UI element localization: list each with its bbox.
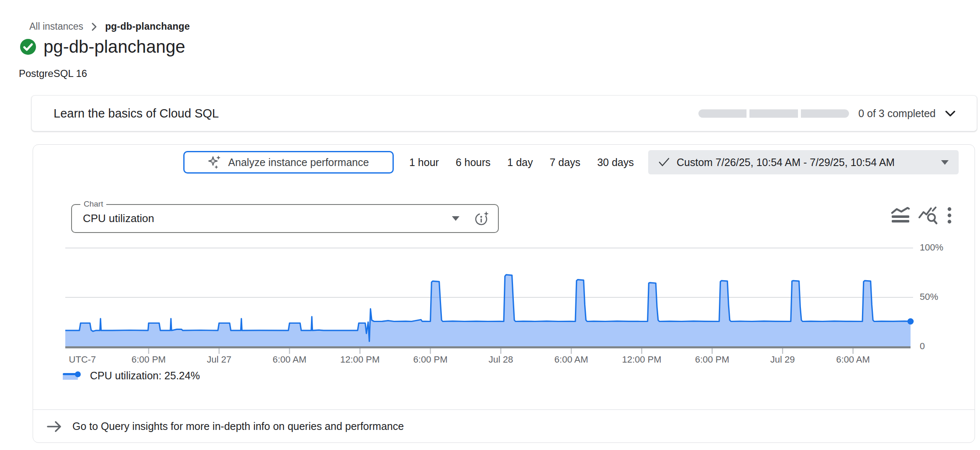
- chevron-down-icon[interactable]: [945, 110, 956, 117]
- area-chart-mode-icon[interactable]: [891, 207, 910, 225]
- database-version-label: PostgreSQL 16: [19, 68, 87, 79]
- monitoring-chart-card: Analyze instance performance 1 hour 6 ho…: [33, 144, 975, 443]
- status-healthy-check-icon: [19, 38, 37, 56]
- range-30-days[interactable]: 30 days: [595, 155, 636, 170]
- x-axis-label: Jul 29: [770, 354, 795, 365]
- select-dropdown-arrow-icon: [452, 216, 459, 221]
- x-axis-label: UTC-7: [69, 354, 96, 365]
- x-axis-label: 12:00 PM: [622, 354, 661, 365]
- breadcrumb-all-instances-link[interactable]: All instances: [29, 21, 83, 32]
- ai-insight-icon[interactable]: [474, 210, 490, 227]
- x-axis-label: 6:00 PM: [131, 354, 166, 365]
- gemini-sparkle-icon: [208, 155, 222, 170]
- custom-time-range-chip[interactable]: Custom 7/26/25, 10:54 AM - 7/29/25, 10:5…: [648, 150, 959, 174]
- page-title: pg-db-planchange: [44, 37, 185, 57]
- query-insights-link[interactable]: Go to Query insights for more in-depth i…: [33, 410, 975, 443]
- x-axis-label: 6:00 AM: [836, 354, 870, 365]
- range-7-days[interactable]: 7 days: [547, 155, 583, 170]
- legend-label: CPU utilization: 25.24%: [90, 370, 200, 382]
- legend-swatch: [62, 371, 82, 381]
- x-axis-label: 6:00 AM: [554, 354, 588, 365]
- x-axis-label: Jul 27: [207, 354, 231, 365]
- chart-legend: CPU utilization: 25.24%: [62, 370, 200, 382]
- learn-basics-progress-expander[interactable]: 0 of 3 completed: [698, 107, 956, 120]
- analyze-instance-performance-button[interactable]: Analyze instance performance: [183, 151, 394, 174]
- breadcrumb-current: pg-db-planchange: [105, 21, 190, 32]
- progress-segment: [698, 109, 747, 118]
- chart-actions: [891, 207, 952, 225]
- learn-basics-card: Learn the basics of Cloud SQL 0 of 3 com…: [31, 95, 977, 131]
- query-insights-label: Go to Query insights for more in-depth i…: [72, 420, 404, 432]
- custom-range-label: Custom 7/26/25, 10:54 AM - 7/29/25, 10:5…: [677, 156, 934, 169]
- cloud-sql-instance-page: All instances pg-db-planchange pg-db-pla…: [0, 0, 980, 450]
- chevron-right-icon: [91, 22, 97, 32]
- x-axis-label: 6:00 PM: [695, 354, 729, 365]
- analyze-button-label: Analyze instance performance: [228, 156, 369, 169]
- check-icon: [658, 157, 670, 167]
- time-range-selector: 1 hour 6 hours 1 day 7 days 30 days: [407, 151, 636, 174]
- x-axis-line: [65, 346, 911, 348]
- y-axis-label-100: 100%: [920, 242, 943, 253]
- chart-metric-select[interactable]: Chart CPU utilization: [71, 204, 499, 233]
- dropdown-arrow-icon: [941, 160, 949, 165]
- more-vert-icon[interactable]: [947, 207, 952, 225]
- range-1-hour[interactable]: 1 hour: [407, 155, 441, 170]
- series-area: [65, 275, 911, 346]
- x-axis-label: 6:00 AM: [273, 354, 307, 365]
- x-axis-label: 12:00 PM: [340, 354, 380, 365]
- chart-select-value: CPU utilization: [83, 212, 452, 225]
- latest-value-dot: [908, 318, 914, 325]
- y-axis-label-0: 0: [920, 341, 925, 352]
- progress-segment: [749, 109, 798, 118]
- arrow-right-icon: [46, 420, 62, 433]
- instance-title-row: pg-db-planchange: [19, 37, 185, 57]
- x-axis-labels: UTC-76:00 PMJul 276:00 AM12:00 PM6:00 PM…: [65, 354, 915, 367]
- explore-metrics-icon[interactable]: [918, 207, 939, 225]
- range-1-day[interactable]: 1 day: [505, 155, 535, 170]
- breadcrumb: All instances pg-db-planchange: [29, 21, 190, 32]
- chart-select-label: Chart: [80, 199, 106, 209]
- progress-segment: [801, 109, 849, 118]
- x-axis-label: Jul 28: [489, 354, 513, 365]
- cpu-utilization-area-chart: [65, 248, 915, 354]
- learn-basics-title: Learn the basics of Cloud SQL: [54, 107, 219, 120]
- progress-bar: [698, 109, 849, 118]
- range-6-hours[interactable]: 6 hours: [453, 155, 493, 170]
- progress-label: 0 of 3 completed: [858, 107, 936, 120]
- x-axis-label: 6:00 PM: [413, 354, 448, 365]
- y-axis-label-50: 50%: [920, 291, 938, 302]
